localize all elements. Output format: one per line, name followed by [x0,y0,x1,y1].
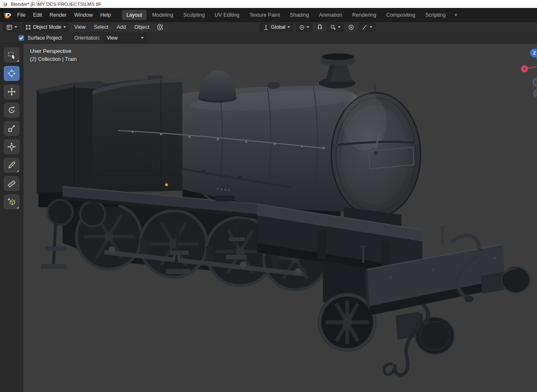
flyout-corner-icon [17,206,19,209]
pony-truck-wheel [320,295,375,350]
menu-view[interactable]: View [71,23,89,32]
checkmark-icon [19,36,23,40]
chevron-down-icon [370,26,372,28]
menu-file[interactable]: File [13,10,29,20]
gizmo-z-label: Z [533,51,536,55]
transform-snap-controls: Global [260,23,376,32]
tool-scale[interactable] [4,121,20,136]
locomotive-scene[interactable] [23,44,537,392]
chevron-down-icon [15,26,17,28]
proportional-falloff-dropdown[interactable] [358,23,376,32]
tool-move[interactable] [4,84,20,99]
viewport-3d[interactable]: User Perspective (2) Collection | Train … [23,44,537,392]
scale-icon [7,124,16,133]
menu-help[interactable]: Help [96,10,115,20]
footplate-fittings [214,185,234,201]
chevron-down-icon [307,26,309,28]
proportional-editing-toggle[interactable] [346,23,356,32]
workspace-tab-compositing[interactable]: Compositing [382,10,420,20]
select-box-icon [7,50,16,60]
menu-edit[interactable]: Edit [29,10,46,20]
proportional-editing-icon [348,24,354,30]
menu-window[interactable]: Window [71,10,96,20]
annotate-pen-icon [7,161,16,170]
blender-window: Blender* [E:\MY DCS PROJECTS\LMS 8F File… [0,0,537,392]
rotate-icon [7,106,16,115]
tool-measure[interactable] [4,176,20,191]
menu-select[interactable]: Select [91,23,112,32]
workspace-tab-sculpting[interactable]: Sculpting [179,10,209,20]
orientation-label: Orientation: [74,35,100,41]
move-icon [7,87,16,96]
gizmo-y-axis-ball[interactable] [533,78,537,86]
snap-increment-icon [330,25,336,30]
titlebar: Blender* [E:\MY DCS PROJECTS\LMS 8F [0,0,537,8]
chevron-down-icon [63,26,66,28]
workspace-tab-shading[interactable]: Shading [285,10,314,20]
surface-project-label: Surface Project [28,35,62,41]
snap-toggle-button[interactable] [315,23,325,32]
topbar: File Edit Render Window Help Layout Mode… [0,8,537,22]
cab[interactable] [93,75,182,193]
viewport-header: Object Mode View Select Add Object Globa… [0,22,537,33]
tool-settings-bar: Surface Project Orientation: View [0,33,537,44]
menu-object[interactable]: Object [131,23,153,32]
tool-transform[interactable] [4,139,20,154]
navigation-gizmo[interactable]: Z X [516,48,537,98]
toolbar [0,44,23,392]
zoom-button[interactable] [533,89,537,97]
orientation-axes-icon [263,25,269,30]
snap-target-dropdown[interactable] [327,23,344,32]
cursor-orientation-value: View [107,35,118,41]
workspace-tab-rendering[interactable]: Rendering [348,10,381,20]
orientation-dropdown-label: Global [271,24,285,30]
collapsed-menus-icon[interactable] [156,23,164,31]
object-origin-dot[interactable] [165,183,168,186]
mode-dropdown[interactable]: Object Mode [22,23,69,32]
gizmo-x-label: X [523,67,525,71]
menu-render[interactable]: Render [46,10,71,20]
blender-logo-icon[interactable] [3,11,12,19]
chevron-down-icon [338,26,340,28]
magnet-icon [317,24,323,30]
add-cube-icon [7,197,16,206]
object-mode-icon [25,25,31,30]
flyout-corner-icon [17,60,19,62]
cursor-orientation-dropdown[interactable]: View [103,34,147,43]
workspace-tab-uv-editing[interactable]: UV Editing [210,10,244,20]
workspace-tabs: Layout Modeling Sculpting UV Editing Tex… [121,10,461,20]
main-area: User Perspective (2) Collection | Train … [0,44,537,392]
tool-select-box[interactable] [4,48,20,63]
blender-app-icon [3,1,8,7]
pivot-point-icon [299,25,305,30]
falloff-curve-icon [362,25,368,30]
orientation-dropdown-global[interactable]: Global [260,23,293,32]
add-workspace-button[interactable]: + [451,10,461,20]
workspace-tab-modeling[interactable]: Modeling [147,10,178,20]
workspace-tab-layout[interactable]: Layout [122,10,147,20]
mode-dropdown-label: Object Mode [33,24,61,30]
workspace-tab-scripting[interactable]: Scripting [421,10,450,20]
tool-add-cube[interactable] [4,194,20,209]
chevron-down-icon [141,37,144,39]
tool-rotate[interactable] [4,103,20,118]
chevron-down-icon [287,26,290,28]
editor-type-button[interactable] [3,23,20,32]
tool-annotate[interactable] [4,158,20,173]
menu-add[interactable]: Add [113,23,129,32]
tool-cursor[interactable] [4,66,20,81]
window-title: Blender* [E:\MY DCS PROJECTS\LMS 8F [11,2,101,7]
cursor-tool-icon [7,69,16,78]
workspace-tab-texture-paint[interactable]: Texture Paint [245,10,285,20]
flyout-corner-icon [17,170,19,172]
workspace-tab-animation[interactable]: Animation [315,10,347,20]
pivot-point-dropdown[interactable] [296,23,313,32]
surface-project-checkbox[interactable] [18,35,24,41]
editor-type-icon [6,24,13,30]
transform-icon [7,142,16,151]
measure-ruler-icon [7,179,16,188]
